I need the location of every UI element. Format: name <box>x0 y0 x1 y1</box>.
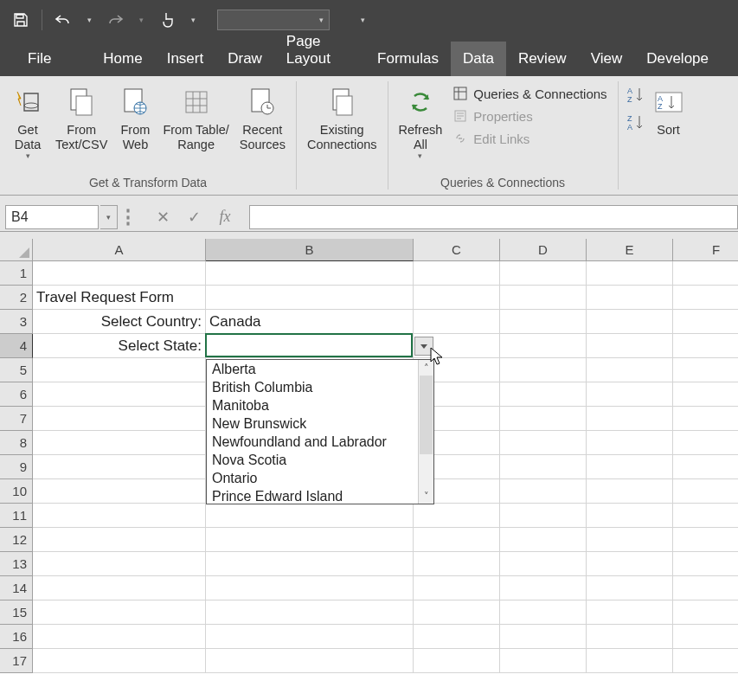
from-table-button[interactable]: From Table/ Range <box>159 83 232 153</box>
cell-E3[interactable] <box>587 310 673 334</box>
cell-F1[interactable] <box>673 261 738 286</box>
cell-D7[interactable] <box>500 407 587 431</box>
sort-button[interactable]: AZ Sort <box>648 83 690 139</box>
cell-A17[interactable] <box>33 649 206 673</box>
formula-bar-input[interactable] <box>249 205 738 229</box>
cell-D9[interactable] <box>500 455 587 479</box>
cell-E17[interactable] <box>587 649 673 673</box>
refresh-all-button[interactable]: Refresh All ▾ <box>395 83 446 162</box>
cell-B13[interactable] <box>206 552 414 576</box>
dropdown-item[interactable]: New Brunswick <box>207 414 418 433</box>
row-header-16[interactable]: 16 <box>0 625 33 649</box>
cancel-formula-button[interactable]: ✕ <box>147 205 178 229</box>
row-header-6[interactable]: 6 <box>0 382 33 407</box>
dropdown-item[interactable]: Alberta <box>207 360 418 378</box>
tab-developer[interactable]: Develope <box>634 42 721 76</box>
sort-za-icon[interactable]: ZA <box>626 112 645 132</box>
tab-draw[interactable]: Draw <box>215 42 274 76</box>
cell-E8[interactable] <box>587 431 673 455</box>
cell-D8[interactable] <box>500 431 587 455</box>
cell-F10[interactable] <box>673 479 738 504</box>
cell-D2[interactable] <box>500 286 587 310</box>
name-box-dropdown[interactable]: ▾ <box>100 205 118 229</box>
data-validation-list[interactable]: AlbertaBritish ColumbiaManitobaNew Bruns… <box>206 359 434 504</box>
cell-F11[interactable] <box>673 504 738 528</box>
row-header-2[interactable]: 2 <box>0 286 33 310</box>
row-header-17[interactable]: 17 <box>0 649 33 673</box>
cell-E10[interactable] <box>587 479 673 504</box>
cell-D11[interactable] <box>500 504 587 528</box>
cell-F16[interactable] <box>673 625 738 649</box>
select-all-corner[interactable] <box>0 239 33 261</box>
edit-links-button[interactable]: Edit Links <box>449 128 610 149</box>
cell-F9[interactable] <box>673 455 738 479</box>
cell-E7[interactable] <box>587 407 673 431</box>
column-header-E[interactable]: E <box>587 239 673 261</box>
cell-F5[interactable] <box>673 358 738 382</box>
cell-B12[interactable] <box>206 528 414 552</box>
cell-D17[interactable] <box>500 649 587 673</box>
column-header-F[interactable]: F <box>673 239 738 261</box>
cell-A10[interactable] <box>33 479 206 504</box>
row-header-10[interactable]: 10 <box>0 479 33 504</box>
cell-D4[interactable] <box>500 334 587 358</box>
cell-F6[interactable] <box>673 382 738 407</box>
cell-F8[interactable] <box>673 431 738 455</box>
cell-F17[interactable] <box>673 649 738 673</box>
cell-A15[interactable] <box>33 600 206 625</box>
row-header-9[interactable]: 9 <box>0 455 33 479</box>
cell-B16[interactable] <box>206 625 414 649</box>
cell-E16[interactable] <box>587 625 673 649</box>
sort-az-icon[interactable]: AZ <box>626 85 645 104</box>
row-header-3[interactable]: 3 <box>0 310 33 334</box>
properties-button[interactable]: Properties <box>449 106 610 126</box>
tab-review[interactable]: Review <box>506 42 579 76</box>
cell-D12[interactable] <box>500 528 587 552</box>
cell-F4[interactable] <box>673 334 738 358</box>
cell-F15[interactable] <box>673 600 738 625</box>
cell-D5[interactable] <box>500 358 587 382</box>
cell-E2[interactable] <box>587 286 673 310</box>
cell-A2[interactable]: Travel Request Form <box>33 286 206 310</box>
cell-A16[interactable] <box>33 625 206 649</box>
touch-dropdown[interactable]: ▾ <box>184 16 202 24</box>
cell-C12[interactable] <box>414 528 500 552</box>
redo-button[interactable] <box>101 6 129 34</box>
dropdown-scrollbar[interactable]: ˄˅ <box>418 360 433 504</box>
row-header-7[interactable]: 7 <box>0 407 33 431</box>
cell-D14[interactable] <box>500 576 587 600</box>
from-web-button[interactable]: From Web <box>114 83 156 153</box>
cell-A8[interactable] <box>33 431 206 455</box>
cell-A13[interactable] <box>33 552 206 576</box>
cell-E6[interactable] <box>587 382 673 407</box>
row-header-12[interactable]: 12 <box>0 528 33 552</box>
cell-A1[interactable] <box>33 261 206 286</box>
cell-C2[interactable] <box>414 286 500 310</box>
cell-E15[interactable] <box>587 600 673 625</box>
tab-file[interactable]: File <box>17 42 68 76</box>
cell-D1[interactable] <box>500 261 587 286</box>
column-header-D[interactable]: D <box>500 239 587 261</box>
name-box[interactable]: B4 <box>5 205 99 229</box>
existing-connections-button[interactable]: Existing Connections <box>304 83 381 153</box>
row-header-8[interactable]: 8 <box>0 431 33 455</box>
cell-F12[interactable] <box>673 528 738 552</box>
cell-E5[interactable] <box>587 358 673 382</box>
cell-B11[interactable] <box>206 504 414 528</box>
tab-formulas[interactable]: Formulas <box>365 42 451 76</box>
cell-A3[interactable]: Select Country: <box>33 310 206 334</box>
cell-A4[interactable]: Select State: <box>33 334 206 358</box>
undo-dropdown[interactable]: ▾ <box>80 16 98 24</box>
cell-C17[interactable] <box>414 649 500 673</box>
cell-F7[interactable] <box>673 407 738 431</box>
data-validation-dropdown-button[interactable] <box>414 337 433 356</box>
cell-F2[interactable] <box>673 286 738 310</box>
cell-C1[interactable] <box>414 261 500 286</box>
cell-E1[interactable] <box>587 261 673 286</box>
from-textcsv-button[interactable]: From Text/CSV <box>52 83 111 153</box>
cell-F3[interactable] <box>673 310 738 334</box>
cell-C13[interactable] <box>414 552 500 576</box>
cell-A6[interactable] <box>33 382 206 407</box>
tab-page-layout[interactable]: Page Layout <box>274 24 365 76</box>
cell-D16[interactable] <box>500 625 587 649</box>
